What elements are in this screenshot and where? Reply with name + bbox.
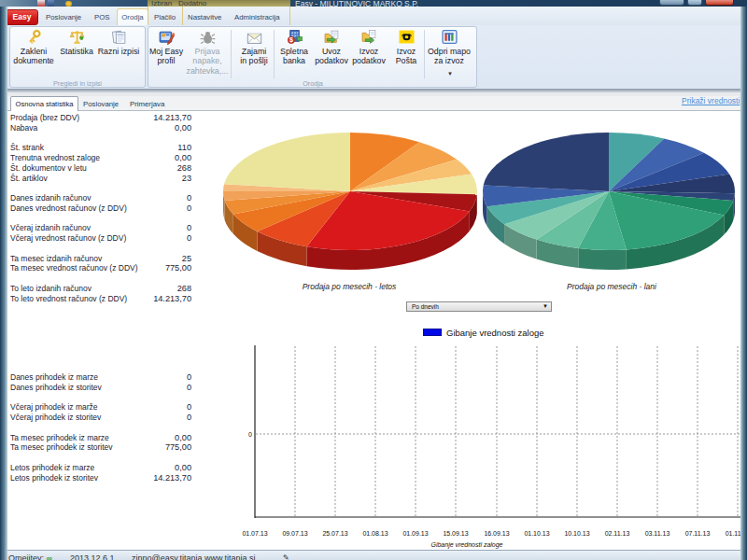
svg-text:01.08.13: 01.08.13 <box>362 530 388 537</box>
svg-text:$: $ <box>289 36 293 44</box>
svg-text:25.07.13: 25.07.13 <box>322 530 347 537</box>
svg-text:01.10.13: 01.10.13 <box>524 530 549 537</box>
svg-text:10.10.13: 10.10.13 <box>564 530 589 537</box>
svg-text:02.11.13: 02.11.13 <box>605 530 630 537</box>
svg-text:0: 0 <box>248 431 252 438</box>
svg-text:03.11.13: 03.11.13 <box>645 530 670 537</box>
svg-text:09.07.13: 09.07.13 <box>282 530 307 537</box>
svg-text:15.09.13: 15.09.13 <box>443 530 468 537</box>
svg-text:01.07.13: 01.07.13 <box>242 530 267 537</box>
svg-text:01.09.13: 01.09.13 <box>402 530 428 537</box>
svg-text:07.11.13: 07.11.13 <box>685 530 711 537</box>
svg-text:16.09.13: 16.09.13 <box>484 530 509 537</box>
